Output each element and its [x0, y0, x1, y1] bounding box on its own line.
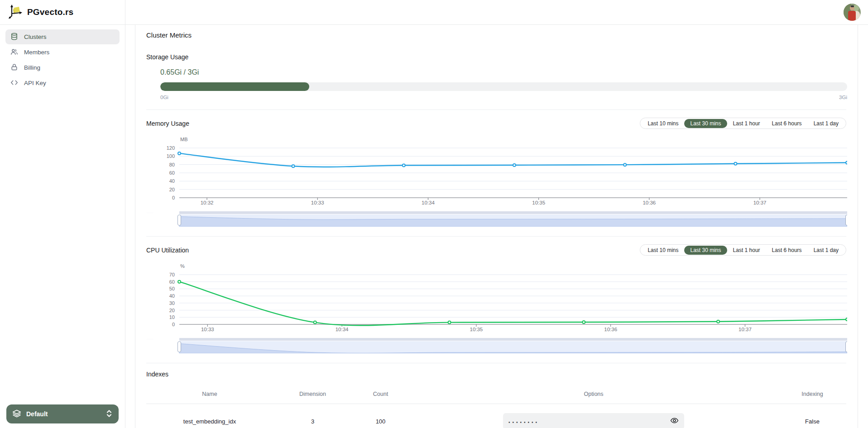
index-indexing-cell: False	[778, 418, 846, 425]
sidebar-item-members[interactable]: Members	[5, 45, 120, 60]
svg-text:10:36: 10:36	[604, 327, 617, 332]
indexes-table-header: Name Dimension Count Options Indexing	[146, 384, 846, 404]
storage-max-label: 3Gi	[839, 95, 847, 100]
sidebar-item-label: API Key	[24, 80, 46, 86]
svg-text:30: 30	[169, 300, 175, 306]
sidebar-item-label: Members	[24, 49, 49, 56]
indexes-table: Name Dimension Count Options Indexing te…	[146, 384, 846, 428]
database-icon	[10, 33, 18, 42]
svg-text:120: 120	[167, 145, 175, 151]
svg-text:40: 40	[169, 178, 175, 184]
svg-text:50: 50	[169, 286, 175, 291]
sidebar-item-clusters[interactable]: Clusters	[5, 29, 120, 44]
svg-text:70: 70	[169, 272, 175, 277]
section-divider	[146, 236, 846, 237]
main-area: Cluster Metrics Storage Usage 0.65Gi / 3…	[125, 0, 868, 428]
svg-text:10:33: 10:33	[311, 200, 324, 205]
svg-text:MB: MB	[180, 137, 188, 142]
column-header-count: Count	[352, 391, 409, 397]
brand: PGvecto.rs	[0, 0, 125, 25]
content-panel: Cluster Metrics Storage Usage 0.65Gi / 3…	[135, 25, 858, 428]
top-bar	[125, 0, 868, 25]
svg-text:10:35: 10:35	[470, 327, 483, 332]
memory-usage-chart: 020406080100120MB10:3210:3310:3410:3510:…	[146, 136, 847, 209]
svg-text:10:36: 10:36	[643, 200, 656, 205]
svg-text:10:37: 10:37	[739, 327, 752, 332]
sidebar-item-label: Billing	[24, 64, 40, 71]
sidebar: PGvecto.rs Clusters Membe	[0, 0, 125, 428]
svg-text:0: 0	[172, 322, 175, 327]
svg-text:10: 10	[169, 314, 175, 320]
options-masked-field: ••••••••	[503, 413, 684, 428]
section-divider	[146, 363, 846, 363]
cluster-selector-default[interactable]: Default	[6, 404, 119, 423]
brand-name: PGvecto.rs	[27, 7, 73, 17]
sidebar-nav: Clusters Members Billing	[0, 25, 125, 95]
members-icon	[10, 48, 18, 57]
time-range-last-1-day[interactable]: Last 1 day	[808, 119, 844, 128]
time-range-last-30-mins[interactable]: Last 30 mins	[684, 119, 727, 128]
index-count-cell: 100	[352, 418, 409, 425]
svg-text:%: %	[180, 263, 185, 269]
svg-text:10:37: 10:37	[753, 200, 767, 205]
cpu-chart-datazoom-slider[interactable]	[146, 338, 847, 353]
sidebar-item-api-key[interactable]: API Key	[5, 76, 120, 90]
column-header-indexing: Indexing	[778, 391, 846, 397]
time-range-last-10-mins[interactable]: Last 10 mins	[642, 119, 684, 128]
cpu-utilization-chart: 010203040506070%10:3310:3410:3510:3610:3…	[146, 262, 847, 336]
options-masked-value: ••••••••	[508, 418, 670, 425]
storage-min-label: 0Gi	[160, 95, 168, 100]
column-header-options: Options	[409, 391, 778, 397]
column-header-dimension: Dimension	[273, 391, 352, 397]
cluster-selector-label: Default	[26, 410, 48, 418]
layers-icon	[12, 409, 21, 419]
page-title: Cluster Metrics	[146, 25, 846, 39]
svg-text:60: 60	[169, 279, 175, 285]
svg-text:20: 20	[169, 308, 175, 313]
time-range-last-1-day[interactable]: Last 1 day	[808, 246, 844, 255]
cpu-utilization-header: CPU Utilization Last 10 mins Last 30 min…	[146, 244, 846, 256]
time-range-last-6-hours[interactable]: Last 6 hours	[766, 246, 808, 255]
time-range-last-1-hour[interactable]: Last 1 hour	[727, 119, 766, 128]
svg-text:10:35: 10:35	[532, 200, 545, 205]
code-icon	[10, 79, 18, 88]
chevron-up-down-icon	[106, 409, 113, 419]
column-header-name: Name	[146, 391, 273, 397]
svg-text:10:34: 10:34	[336, 327, 349, 332]
storage-progress-track	[160, 82, 847, 91]
sidebar-item-label: Clusters	[24, 33, 47, 40]
sidebar-item-billing[interactable]: Billing	[5, 60, 120, 75]
cpu-utilization-title: CPU Utilization	[146, 247, 189, 254]
storage-usage-title: Storage Usage	[146, 53, 846, 61]
time-range-last-6-hours[interactable]: Last 6 hours	[766, 119, 808, 128]
time-range-last-10-mins[interactable]: Last 10 mins	[642, 246, 684, 255]
svg-text:10:34: 10:34	[422, 200, 435, 205]
section-divider	[146, 109, 846, 110]
time-range-last-1-hour[interactable]: Last 1 hour	[727, 246, 766, 255]
svg-text:80: 80	[169, 162, 175, 167]
svg-text:100: 100	[167, 153, 175, 159]
table-row: test_embedding_idx 3 100 ••••••••	[146, 404, 846, 428]
memory-usage-title: Memory Usage	[146, 120, 189, 127]
storage-usage-block: 0.65Gi / 3Gi 0Gi 3Gi	[160, 68, 847, 100]
svg-text:40: 40	[169, 293, 175, 299]
index-options-cell: ••••••••	[409, 413, 778, 428]
index-dimension-cell: 3	[273, 418, 352, 425]
storage-usage-value: 0.65Gi / 3Gi	[160, 68, 847, 76]
user-avatar[interactable]	[844, 4, 861, 21]
storage-progress-scale: 0Gi 3Gi	[160, 95, 847, 100]
memory-time-range-group: Last 10 mins Last 30 mins Last 1 hour La…	[640, 118, 846, 129]
indexes-title: Indexes	[146, 371, 846, 378]
svg-text:0: 0	[172, 195, 175, 200]
index-name-cell: test_embedding_idx	[146, 418, 273, 425]
memory-chart-datazoom-slider[interactable]	[146, 211, 847, 227]
svg-text:10:33: 10:33	[201, 327, 214, 332]
memory-usage-header: Memory Usage Last 10 mins Last 30 mins L…	[146, 118, 846, 129]
reveal-options-button[interactable]	[670, 416, 679, 426]
brand-logo-icon	[8, 4, 24, 21]
lock-icon	[10, 63, 18, 72]
cpu-time-range-group: Last 10 mins Last 30 mins Last 1 hour La…	[640, 244, 846, 256]
eye-icon	[670, 416, 679, 426]
storage-progress-fill	[160, 82, 309, 91]
time-range-last-30-mins[interactable]: Last 30 mins	[684, 246, 727, 255]
